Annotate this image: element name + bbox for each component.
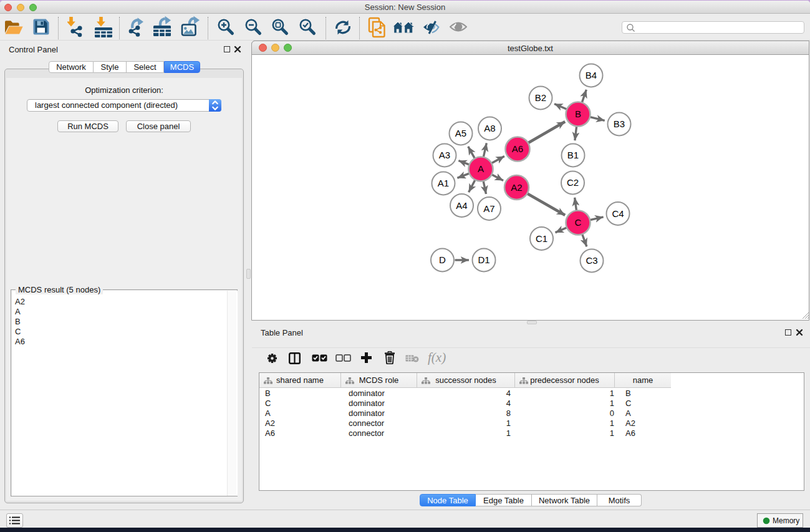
- svg-text:A3: A3: [439, 150, 450, 160]
- svg-text:C2: C2: [567, 177, 579, 188]
- svg-text:B1: B1: [567, 150, 579, 160]
- svg-text:B2: B2: [535, 92, 546, 103]
- svg-text:B4: B4: [586, 70, 597, 80]
- svg-text:A6: A6: [512, 143, 523, 154]
- svg-text:A: A: [478, 163, 484, 174]
- svg-text:A2: A2: [511, 182, 522, 193]
- svg-text:A8: A8: [484, 123, 495, 133]
- svg-text:B: B: [575, 109, 581, 119]
- svg-text:A4: A4: [456, 200, 467, 211]
- svg-text:C3: C3: [586, 255, 597, 266]
- svg-text:B3: B3: [614, 118, 625, 129]
- svg-text:A7: A7: [483, 203, 494, 214]
- svg-text:D1: D1: [478, 254, 489, 265]
- svg-text:A5: A5: [455, 128, 466, 138]
- svg-text:C: C: [575, 217, 582, 228]
- svg-text:A1: A1: [438, 178, 449, 188]
- svg-text:C1: C1: [536, 233, 547, 244]
- svg-text:C4: C4: [612, 208, 624, 219]
- svg-text:D: D: [439, 254, 446, 265]
